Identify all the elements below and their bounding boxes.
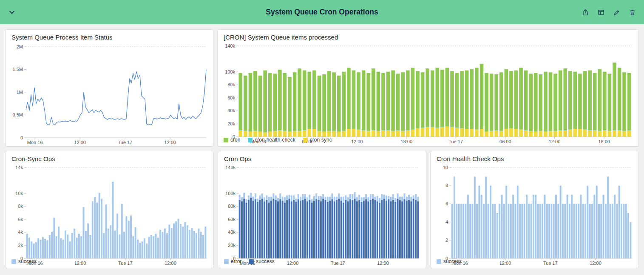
panel-cron-items-processed: [CRON] System Queue items processed 020k… — [217, 29, 639, 147]
legend-swatch — [303, 138, 308, 142]
svg-text:1M: 1M — [17, 89, 23, 94]
legend-label: success — [18, 258, 37, 264]
svg-text:140k: 140k — [225, 165, 235, 170]
panel-title: [CRON] System Queue items processed — [218, 30, 638, 41]
svg-text:6k: 6k — [18, 217, 23, 222]
share-icon[interactable] — [581, 8, 590, 17]
svg-text:0.5M: 0.5M — [13, 112, 23, 117]
chart-cron-sync-ops[interactable]: 02k4k6k8k10k14kMon 1612:00Tue 1712:00 — [7, 163, 212, 257]
chart-legend: errorsuccess — [218, 257, 426, 268]
chart-process-item-status[interactable]: 00.5M1M1.5M2MMon 1612:00Tue 1712:00 — [7, 43, 211, 146]
chart-cron-items-processed[interactable]: 020k40k60k80k100k140kMon 1606:0012:0018:… — [219, 42, 637, 136]
chart-legend: croncron-health-checkcron-sync — [218, 136, 638, 146]
svg-text:40k: 40k — [228, 230, 235, 235]
svg-text:2: 2 — [445, 238, 448, 243]
svg-text:2k: 2k — [18, 243, 23, 248]
svg-text:10k: 10k — [15, 191, 23, 196]
svg-text:8: 8 — [445, 183, 448, 188]
svg-text:10: 10 — [443, 165, 448, 170]
svg-text:Mon 16: Mon 16 — [27, 140, 43, 145]
panel-cron-health-check-ops: Cron Health Check Ops 0246810Mon 1612:00… — [430, 151, 639, 268]
svg-text:20k: 20k — [228, 243, 235, 248]
legend-swatch — [248, 138, 252, 142]
svg-text:Tue 17: Tue 17 — [118, 140, 132, 145]
panel-title: Cron Health Check Ops — [431, 151, 638, 162]
svg-text:80k: 80k — [227, 82, 235, 87]
svg-text:4: 4 — [445, 219, 448, 224]
chart-legend: success — [6, 257, 213, 268]
legend-swatch — [224, 138, 228, 142]
legend-label: success — [256, 258, 274, 264]
svg-text:12:00: 12:00 — [164, 140, 176, 145]
legend-swatch — [11, 259, 16, 264]
legend-label: error — [231, 258, 241, 264]
legend-swatch — [224, 259, 229, 264]
legend-item-success[interactable]: success — [11, 258, 37, 264]
svg-text:100k: 100k — [225, 69, 235, 74]
dashboard: System Queue Cron Operations System Queu… — [0, 0, 644, 275]
legend-swatch — [437, 259, 441, 264]
svg-text:1.5M: 1.5M — [13, 67, 23, 72]
svg-text:12:00: 12:00 — [74, 140, 86, 145]
panel-title: System Queue Process Item Status — [6, 30, 213, 42]
legend-item-success[interactable]: success — [249, 258, 274, 264]
svg-text:4k: 4k — [18, 230, 23, 235]
svg-text:60k: 60k — [227, 95, 235, 100]
panel-title: Cron Ops — [218, 151, 426, 162]
chart-legend: success — [431, 257, 638, 268]
svg-text:8k: 8k — [18, 204, 23, 209]
table-icon[interactable] — [596, 8, 606, 17]
svg-text:14k: 14k — [15, 165, 23, 170]
legend-item-cron-health-check[interactable]: cron-health-check — [248, 137, 295, 143]
panel-cron-sync-ops: Cron-Sync Ops 02k4k6k8k10k14kMon 1612:00… — [5, 151, 214, 268]
legend-item-cron[interactable]: cron — [224, 137, 240, 143]
chart-cron-ops[interactable]: 020k40k60k80k100k140kMon 1612:00Tue 1712… — [220, 163, 424, 257]
header-actions — [581, 8, 637, 17]
legend-label: cron-health-check — [255, 137, 295, 143]
svg-text:20k: 20k — [227, 121, 235, 126]
panel-cron-ops: Cron Ops 020k40k60k80k100k140kMon 1612:0… — [218, 151, 426, 268]
legend-label: cron-sync — [310, 137, 332, 143]
legend-item-cron-sync[interactable]: cron-sync — [303, 137, 332, 143]
dashboard-body: System Queue Process Item Status 00.5M1M… — [0, 24, 644, 273]
legend-item-success[interactable]: success — [437, 258, 462, 264]
svg-text:0: 0 — [20, 135, 23, 140]
dashboard-title: System Queue Cron Operations — [266, 8, 378, 17]
svg-text:100k: 100k — [225, 191, 235, 196]
trash-icon[interactable] — [628, 8, 637, 17]
svg-text:140k: 140k — [225, 43, 235, 48]
svg-text:2M: 2M — [17, 44, 23, 49]
dashboard-header: System Queue Cron Operations — [0, 0, 644, 24]
svg-text:60k: 60k — [228, 217, 235, 222]
panel-process-item-status: System Queue Process Item Status 00.5M1M… — [5, 29, 213, 147]
chart-cron-health-check-ops[interactable]: 0246810Mon 1612:00Tue 1712:00 — [432, 163, 637, 257]
svg-text:40k: 40k — [227, 108, 235, 113]
legend-swatch — [249, 259, 254, 264]
svg-text:80k: 80k — [228, 204, 235, 209]
svg-text:6: 6 — [445, 201, 448, 206]
legend-label: success — [443, 258, 462, 264]
chevron-down-icon[interactable] — [7, 7, 17, 17]
panel-title: Cron-Sync Ops — [6, 151, 213, 162]
legend-item-error[interactable]: error — [224, 258, 241, 264]
edit-icon[interactable] — [612, 8, 621, 17]
legend-label: cron — [230, 137, 240, 143]
